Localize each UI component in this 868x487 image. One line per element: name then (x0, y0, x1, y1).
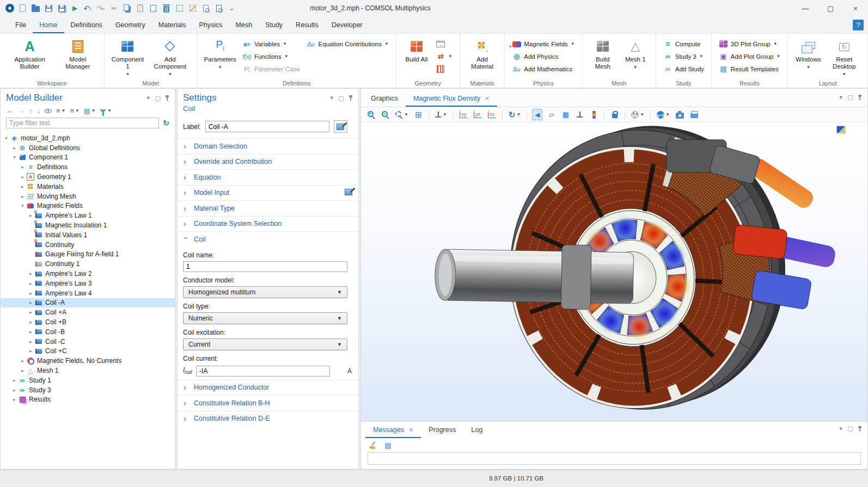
chevron-collapsed-icon[interactable]: ▸ (11, 397, 18, 402)
close-icon[interactable]: ✕ (485, 95, 490, 102)
parameters-button[interactable]: PiParameters▼ (201, 36, 239, 72)
save-as-icon[interactable] (56, 2, 68, 15)
coil-name-input[interactable] (183, 261, 347, 272)
windows-button[interactable]: Windows▼ (792, 36, 824, 72)
delete-icon[interactable] (160, 2, 173, 15)
section-homogenized-conductor[interactable]: ›Homogenized Conductor (178, 380, 358, 396)
add-plot-group-button[interactable]: ▣Add Plot Group▼ (717, 51, 783, 61)
expand-button[interactable]: ≡▼ (56, 107, 66, 114)
view-yz-button[interactable]: yz (473, 109, 483, 120)
tree-item-coil-b[interactable]: ▸Coil -B (1, 327, 175, 337)
menu-results[interactable]: Results (289, 17, 325, 33)
plot-thumbnail-icon[interactable] (836, 126, 846, 133)
help-button[interactable]: ? (853, 20, 864, 30)
grid-button[interactable]: ▦ (560, 109, 571, 120)
tree-item-motor-3d-2-mph[interactable]: ▾◈motor_3d_2.mph (1, 133, 175, 143)
functions-button[interactable]: f(x)Functions▼ (241, 51, 302, 61)
chevron-collapsed-icon[interactable]: ▸ (27, 319, 34, 325)
cut-icon[interactable]: ✂ (108, 2, 120, 15)
chevron-collapsed-icon[interactable]: ▸ (27, 329, 34, 335)
menu-home[interactable]: Home (33, 17, 64, 33)
zoom-box-button[interactable]: ▼ (394, 109, 409, 120)
equation-contributions-button[interactable]: ΔuEquation Contributions▼ (305, 39, 390, 49)
tree-item-geometry-1[interactable]: ▸Geometry 1 (1, 172, 175, 182)
model-manager-button[interactable]: Model Manager (56, 36, 100, 71)
go-to-view-button[interactable]: ▼ (434, 109, 448, 120)
3d-plot-group-button[interactable]: 3D Plot Group▼ (717, 39, 783, 49)
tree-item-coil-a[interactable]: ▸Coil -A (1, 298, 175, 308)
zoom-in-button[interactable]: + (366, 109, 376, 120)
chevron-collapsed-icon[interactable]: ▸ (19, 358, 26, 363)
minimize-button[interactable]: — (793, 0, 818, 16)
float-panel-icon[interactable]: ▢ (155, 95, 161, 102)
chevron-collapsed-icon[interactable]: ▸ (19, 194, 26, 199)
chevron-collapsed-icon[interactable]: ▸ (19, 368, 26, 373)
save-icon[interactable] (42, 2, 55, 15)
tree-item-coil-c[interactable]: ▸Coil -C (1, 337, 175, 347)
add-material-button[interactable]: Add Material (464, 36, 500, 71)
section-constitutive-relation-d-e[interactable]: ›Constitutive Relation D-E (178, 411, 358, 427)
chevron-collapsed-icon[interactable]: ▸ (27, 281, 34, 286)
tree-item-global-definitions[interactable]: ▸⊕Global Definitions (1, 143, 175, 153)
rename-button[interactable] (334, 120, 347, 133)
search-settings-icon[interactable] (212, 2, 225, 15)
chevron-collapsed-icon[interactable]: ▸ (11, 378, 18, 383)
float-panel-icon[interactable]: ▢ (848, 94, 853, 101)
tree-item-amp-re-s-law-3[interactable]: ▸Ampère's Law 3 (1, 279, 175, 288)
view-xy-button[interactable]: xy (459, 109, 469, 120)
chevron-down-icon[interactable]: ▼ (146, 95, 151, 101)
chevron-collapsed-icon[interactable]: ▸ (11, 387, 18, 393)
new-file-icon[interactable] (16, 2, 29, 15)
conductor-model-select[interactable]: Homogenized multiturn▼ (183, 286, 347, 298)
tree-item-magnetic-fields-no-currents[interactable]: ▸Magnetic Fields, No Currents (1, 356, 175, 366)
menu-definitions[interactable]: Definitions (64, 17, 109, 33)
study-3-button[interactable]: ∞Study 3▼ (662, 51, 706, 61)
tree-item-coil-c[interactable]: ▸Coil +C (1, 347, 175, 356)
tree-item-materials[interactable]: ▸Materials (1, 182, 175, 192)
section-material-type[interactable]: ›Material Type (178, 200, 358, 216)
view-xz-button[interactable]: xz (487, 109, 497, 120)
chevron-down-icon[interactable]: ▼ (329, 95, 334, 101)
tree-item-mesh-1[interactable]: ▸△Mesh 1 (1, 366, 175, 375)
build-all-button[interactable]: Build All (400, 36, 433, 64)
variables-button[interactable]: a=Variables▼ (241, 39, 302, 49)
chevron-expanded-icon[interactable]: ▾ (11, 155, 18, 160)
back-button[interactable]: ← (6, 107, 13, 114)
chevron-collapsed-icon[interactable]: ▸ (19, 174, 26, 180)
tree-item-component-1[interactable]: ▾Component 1 (1, 153, 175, 163)
tab-messages[interactable]: Messages✕ (365, 422, 421, 438)
paste-icon[interactable] (134, 2, 146, 15)
scene-light-button[interactable]: ◀ (532, 109, 542, 120)
section-domain-selection[interactable]: ›Domain Selection (178, 138, 358, 154)
undo-icon[interactable]: ↶⌄ (82, 2, 94, 15)
menu-geometry[interactable]: Geometry (109, 17, 152, 33)
clear-messages-button[interactable] (368, 440, 378, 451)
tab-progress[interactable]: Progress (421, 422, 463, 438)
tree-item-continuity-1[interactable]: Continuity 1 (1, 259, 175, 269)
chevron-collapsed-icon[interactable]: ▸ (27, 271, 34, 276)
chevron-down-icon[interactable]: ▼ (839, 95, 843, 100)
update-button[interactable]: ▼ (656, 109, 671, 120)
chevron-collapsed-icon[interactable]: ▸ (27, 213, 34, 218)
refresh-icon[interactable]: ↻ (163, 119, 169, 127)
chevron-expanded-icon[interactable]: ▾ (19, 203, 26, 208)
color-legend-button[interactable] (589, 109, 599, 120)
tree-item-coil-a[interactable]: ▸Coil +A (1, 307, 175, 317)
find-icon[interactable] (199, 2, 212, 15)
section-model-input[interactable]: ›Model Input (178, 185, 358, 201)
message-table-button[interactable]: ▤ (383, 440, 393, 451)
maximize-button[interactable]: ▢ (818, 0, 843, 16)
tree-item-definitions[interactable]: ▸≡Definitions (1, 162, 175, 172)
add-study-button[interactable]: ∞Add Study (662, 64, 706, 74)
zoom-out-button[interactable]: − (380, 109, 390, 120)
compute-button[interactable]: =Compute (662, 39, 706, 49)
tree-item-amp-re-s-law-2[interactable]: ▸Ampère's Law 2 (1, 269, 175, 279)
tree-item-study-1[interactable]: ▸∞Study 1 (1, 375, 175, 385)
show-button[interactable] (45, 109, 52, 113)
menu-mesh[interactable]: Mesh (229, 17, 259, 33)
menu-materials[interactable]: Materials (152, 17, 193, 33)
tree-item-amp-re-s-law-1[interactable]: ▸Ampère's Law 1 (1, 211, 175, 220)
pin-icon[interactable] (858, 95, 862, 100)
view-orientation-button[interactable] (574, 109, 585, 120)
tree-item-results[interactable]: ▸Results (1, 395, 175, 405)
